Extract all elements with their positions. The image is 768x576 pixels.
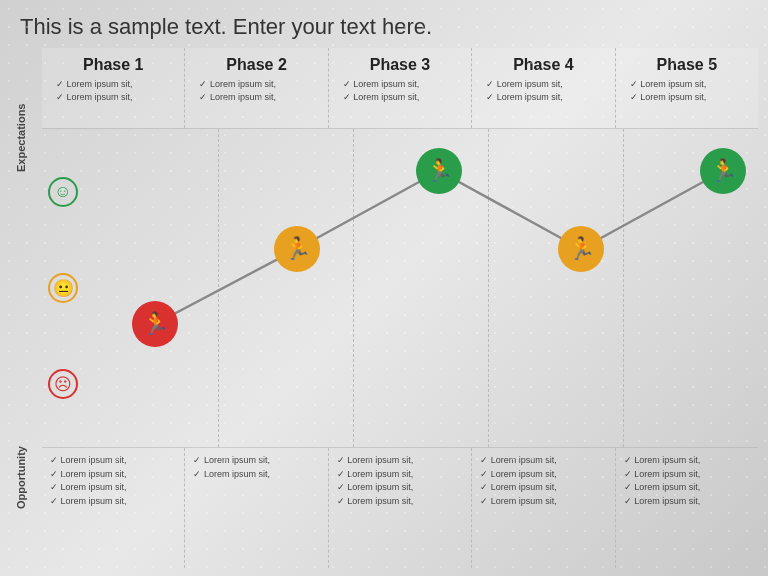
phase-3-exp: Lorem ipsum sit, Lorem ipsum sit, xyxy=(333,78,467,103)
emoji-labels: ☺ 😐 ☹ xyxy=(42,129,84,447)
header-row: Phase 1 Lorem ipsum sit, Lorem ipsum sit… xyxy=(42,48,758,128)
expectations-label: Expectations xyxy=(15,58,27,218)
happy-emoji: ☺ xyxy=(48,177,78,207)
phase-4-exp: Lorem ipsum sit, Lorem ipsum sit, xyxy=(476,78,610,103)
opp-col-2: Lorem ipsum sit, Lorem ipsum sit, xyxy=(185,448,328,568)
phase-3-title: Phase 3 xyxy=(370,56,430,74)
phase-5-title: Phase 5 xyxy=(657,56,717,74)
runner-1-icon: 🏃 xyxy=(142,311,169,337)
phase-1-exp: Lorem ipsum sit, Lorem ipsum sit, xyxy=(46,78,180,103)
phase-2-title: Phase 2 xyxy=(226,56,286,74)
col-4 xyxy=(489,129,624,447)
opportunity-label: Opportunity xyxy=(15,398,27,558)
phase-2-header: Phase 2 Lorem ipsum sit, Lorem ipsum sit… xyxy=(185,48,328,128)
phase-5-header: Phase 5 Lorem ipsum sit, Lorem ipsum sit… xyxy=(616,48,758,128)
runner-5-icon: 🏃 xyxy=(710,158,737,184)
opp-col-4: Lorem ipsum sit, Lorem ipsum sit, Lorem … xyxy=(472,448,615,568)
chart-area: ☺ 😐 ☹ xyxy=(42,129,758,447)
phase-3-header: Phase 3 Lorem ipsum sit, Lorem ipsum sit… xyxy=(329,48,472,128)
runner-phase-5: 🏃 xyxy=(700,148,746,194)
phase-2-exp: Lorem ipsum sit, Lorem ipsum sit, xyxy=(189,78,323,103)
sad-emoji: ☹ xyxy=(48,369,78,399)
phase-1-header: Phase 1 Lorem ipsum sit, Lorem ipsum sit… xyxy=(42,48,185,128)
phase-1-title: Phase 1 xyxy=(83,56,143,74)
opp-col-5: Lorem ipsum sit, Lorem ipsum sit, Lorem … xyxy=(616,448,758,568)
runner-phase-1: 🏃 xyxy=(132,301,178,347)
phase-5-exp: Lorem ipsum sit, Lorem ipsum sit, xyxy=(620,78,754,103)
runner-phase-4: 🏃 xyxy=(558,226,604,272)
col-1 xyxy=(84,129,219,447)
runner-3-icon: 🏃 xyxy=(426,158,453,184)
phase-4-title: Phase 4 xyxy=(513,56,573,74)
opp-col-1: Lorem ipsum sit, Lorem ipsum sit, Lorem … xyxy=(42,448,185,568)
runner-4-icon: 🏃 xyxy=(568,236,595,262)
opportunity-section: Lorem ipsum sit, Lorem ipsum sit, Lorem … xyxy=(42,448,758,568)
main-grid: Phase 1 Lorem ipsum sit, Lorem ipsum sit… xyxy=(42,48,758,568)
left-labels: Expectations Opportunity xyxy=(0,48,42,568)
page-title: This is a sample text. Enter your text h… xyxy=(0,0,768,48)
opp-col-3: Lorem ipsum sit, Lorem ipsum sit, Lorem … xyxy=(329,448,472,568)
runner-phase-2: 🏃 xyxy=(274,226,320,272)
runner-2-icon: 🏃 xyxy=(284,236,311,262)
neutral-emoji: 😐 xyxy=(48,273,78,303)
runner-phase-3: 🏃 xyxy=(416,148,462,194)
phase-4-header: Phase 4 Lorem ipsum sit, Lorem ipsum sit… xyxy=(472,48,615,128)
col-2 xyxy=(219,129,354,447)
